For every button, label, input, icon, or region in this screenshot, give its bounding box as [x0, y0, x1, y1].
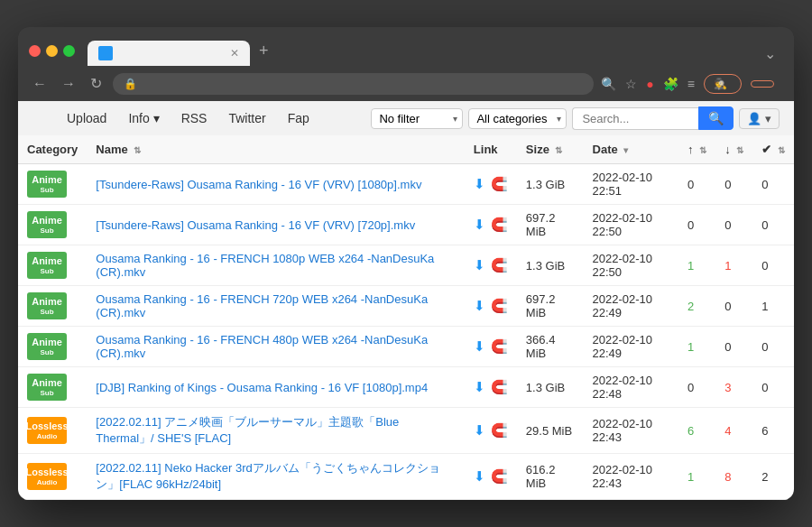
nav-info[interactable]: Info ▾ [119, 107, 168, 129]
update-button[interactable] [751, 80, 774, 88]
user-menu-button[interactable]: 👤 ▾ [739, 108, 780, 129]
name-sort-icon: ⇅ [134, 145, 141, 155]
forward-button[interactable]: → [58, 72, 79, 96]
nav-upload[interactable]: Upload [58, 107, 115, 129]
category-badge[interactable]: AnimeSub [27, 374, 67, 401]
table-row: LosslessAudio[2022.02.11] アニメ映画「ブルーサーマル」… [18, 408, 794, 454]
magnet-icon[interactable]: 🧲 [491, 338, 508, 355]
search-input[interactable] [572, 107, 698, 130]
cell-size: 29.5 MiB [517, 408, 584, 454]
maximize-button[interactable] [63, 45, 75, 57]
extension-icon-1[interactable]: ● [646, 77, 653, 91]
extension-icon-2[interactable]: 🧩 [663, 77, 678, 91]
search-button[interactable]: 🔍 [698, 106, 734, 130]
torrent-name-link[interactable]: Ousama Ranking - 16 - FRENCH 480p WEB x2… [96, 333, 428, 360]
col-link: Link [465, 135, 517, 164]
cell-completed: 0 [752, 327, 794, 367]
torrent-name-link[interactable]: [2022.02.11] アニメ映画「ブルーサーマル」主題歌「Blue Ther… [96, 415, 399, 445]
leecher-count: 4 [724, 424, 731, 438]
download-icon[interactable]: ⬇ [474, 468, 485, 485]
magnet-icon[interactable]: 🧲 [491, 379, 508, 395]
magnet-icon[interactable]: 🧲 [491, 298, 508, 314]
magnet-icon[interactable]: 🧲 [491, 468, 508, 485]
cell-seeders: 2 [678, 286, 715, 327]
nav-rss[interactable]: RSS [172, 107, 217, 129]
new-tab-button[interactable]: + [250, 36, 278, 66]
action-icons: ⬇ 🧲 [474, 468, 508, 485]
category-select-wrap: All categories [468, 108, 567, 129]
cell-leechers: 3 [715, 367, 752, 408]
magnet-icon[interactable]: 🧲 [491, 176, 508, 192]
cell-link: ⬇ 🧲 [465, 367, 517, 408]
category-badge[interactable]: LosslessAudio [27, 417, 67, 444]
action-icons: ⬇ 🧲 [474, 257, 508, 273]
col-seeders[interactable]: ↑ ⇅ [678, 135, 715, 164]
torrent-name-link[interactable]: [Tsundere-Raws] Ousama Ranking - 16 VF (… [96, 178, 421, 191]
magnet-icon[interactable]: 🧲 [491, 217, 508, 233]
magnet-icon[interactable]: 🧲 [491, 257, 508, 273]
table-row: AnimeSubOusama Ranking - 16 - FRENCH 108… [18, 245, 794, 286]
extension-icon-3[interactable]: ≡ [687, 77, 695, 91]
category-badge[interactable]: AnimeSub [27, 252, 67, 279]
incognito-badge: 🕵 [704, 74, 742, 94]
col-category: Category [18, 135, 87, 164]
col-name[interactable]: Name ⇅ [87, 135, 465, 164]
bookmark-icon[interactable]: ☆ [625, 77, 637, 91]
download-icon[interactable]: ⬇ [474, 422, 485, 439]
col-size[interactable]: Size ⇅ [517, 135, 584, 164]
torrent-name-link[interactable]: [Tsundere-Raws] Ousama Ranking - 16 VF (… [96, 218, 415, 232]
download-icon[interactable]: ⬇ [474, 298, 485, 314]
cell-link: ⬇ 🧲 [465, 164, 517, 205]
torrent-name-link[interactable]: Ousama Ranking - 16 - FRENCH 720p WEB x2… [96, 292, 428, 319]
category-badge[interactable]: AnimeSub [27, 333, 67, 360]
back-button[interactable]: ← [29, 72, 51, 96]
completed-count: 0 [761, 381, 768, 394]
leecher-count: 8 [724, 470, 731, 484]
category-badge[interactable]: AnimeSub [27, 171, 67, 198]
filter-select[interactable]: No filter Trusted only No remakes [371, 108, 463, 129]
col-leechers[interactable]: ↓ ⇅ [715, 135, 752, 164]
download-icon[interactable]: ⬇ [474, 338, 485, 355]
cell-leechers: 0 [715, 164, 752, 205]
browser-window: ✕ + ⌄ ← → ↻ 🔒 🔍 ☆ ● 🧩 ≡ 🕵 [18, 27, 794, 500]
torrent-name-link[interactable]: [DJB] Ranking of Kings - Ousama Ranking … [96, 381, 428, 394]
search-icon[interactable]: 🔍 [601, 77, 616, 91]
cell-link: ⬇ 🧲 [465, 286, 517, 327]
cell-name: Ousama Ranking - 16 - FRENCH 720p WEB x2… [87, 286, 465, 327]
minimize-button[interactable] [46, 45, 58, 57]
reload-button[interactable]: ↻ [87, 71, 106, 96]
category-badge[interactable]: LosslessAudio [27, 463, 67, 490]
table-row: AnimeSub[Tsundere-Raws] Ousama Ranking -… [18, 164, 794, 205]
torrent-name-link[interactable]: [2022.02.11] Neko Hacker 3rdアルバム「うごくちゃんコ… [96, 461, 439, 491]
download-icon[interactable]: ⬇ [474, 379, 485, 395]
table-header-row: Category Name ⇅ Link Size ⇅ Date ▾ ↑ ⇅ ↓… [18, 135, 794, 164]
col-completed[interactable]: ✔ ⇅ [752, 135, 794, 164]
download-icon[interactable]: ⬇ [474, 257, 485, 273]
cell-leechers: 8 [715, 454, 752, 500]
filter-group: No filter Trusted only No remakes All ca… [371, 106, 780, 130]
tab-menu-button[interactable]: ⌄ [757, 42, 783, 66]
close-button[interactable] [29, 45, 41, 57]
address-bar-input-wrap[interactable]: 🔒 [113, 73, 594, 95]
leecher-count: 3 [724, 381, 731, 394]
magnet-icon[interactable]: 🧲 [491, 422, 508, 439]
cell-size: 366.4 MiB [517, 327, 584, 367]
nav-brand[interactable] [32, 115, 51, 122]
torrent-name-link[interactable]: Ousama Ranking - 16 - FRENCH 1080p WEB x… [96, 252, 434, 279]
nav-twitter[interactable]: Twitter [219, 107, 274, 129]
category-select[interactable]: All categories [468, 108, 567, 129]
col-date[interactable]: Date ▾ [584, 135, 679, 164]
tab-close-button[interactable]: ✕ [230, 47, 239, 60]
category-badge[interactable]: AnimeSub [27, 211, 67, 238]
download-icon[interactable]: ⬇ [474, 217, 485, 233]
table-row: LosslessAudio[2022.02.11] Neko Hacker 3r… [18, 454, 794, 500]
category-badge[interactable]: AnimeSub [27, 292, 67, 319]
download-icon[interactable]: ⬇ [474, 176, 485, 192]
cell-category: AnimeSub [18, 286, 87, 327]
cell-link: ⬇ 🧲 [465, 454, 517, 500]
seeder-count: 0 [687, 218, 694, 232]
nav-fap[interactable]: Fap [279, 107, 318, 129]
cell-date: 2022-02-10 22:43 [584, 408, 679, 454]
seeder-count: 1 [687, 340, 694, 354]
active-tab[interactable]: ✕ [88, 41, 250, 66]
